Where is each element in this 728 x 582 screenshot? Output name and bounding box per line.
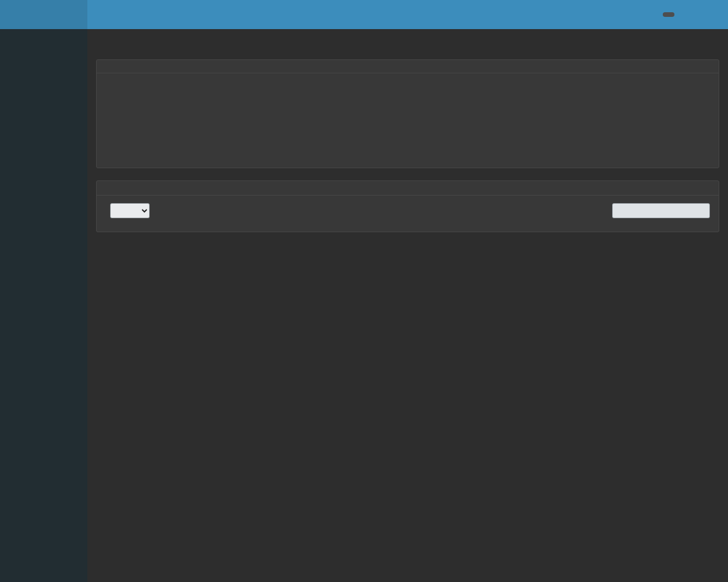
hamburger-icon (96, 10, 105, 19)
brand (698, 8, 719, 22)
app-logo[interactable] (0, 0, 87, 29)
chart-title (97, 60, 719, 73)
show-entries (105, 203, 154, 218)
presence-chart-panel (96, 59, 719, 168)
sidebar (0, 29, 87, 582)
process-status-badge (663, 12, 674, 17)
search-input[interactable] (612, 203, 710, 218)
all-devices-panel (96, 180, 719, 232)
main-content (87, 29, 728, 582)
chart-y-axis (106, 86, 121, 135)
table-title (97, 181, 719, 196)
chart-x-axis (121, 135, 709, 165)
presence-chart (97, 73, 719, 168)
table-controls (97, 196, 719, 225)
sidebar-toggle-button[interactable] (87, 0, 114, 29)
pialert-logo (9, 38, 78, 100)
navbar-right (663, 0, 728, 29)
top-navbar (0, 0, 728, 29)
entries-select[interactable] (110, 203, 150, 218)
router-icon (698, 8, 714, 22)
chart-bars (121, 86, 709, 135)
search (607, 203, 710, 218)
logo-art-wrap (0, 29, 87, 108)
table-wrap (97, 225, 719, 232)
